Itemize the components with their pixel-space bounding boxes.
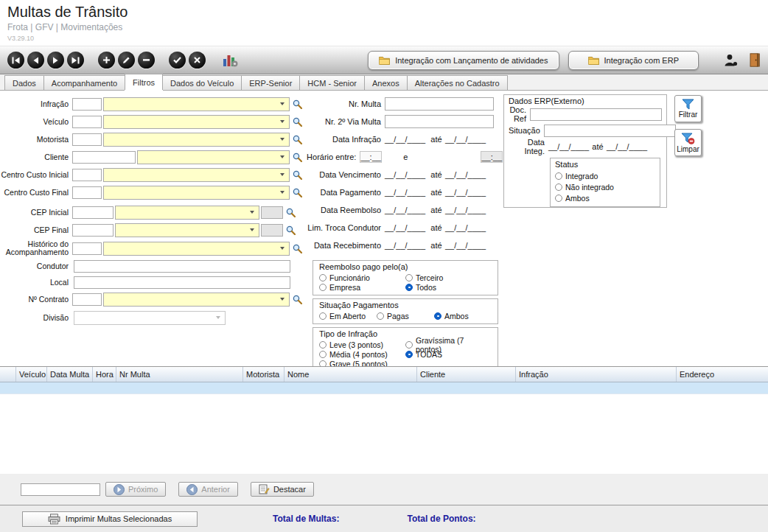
infracao-code-input[interactable] <box>72 98 102 111</box>
column-header-veiculo[interactable]: Veículo <box>16 367 47 382</box>
centro-custo-final-combo[interactable] <box>103 186 290 200</box>
lim-troca-condutor-de-field[interactable]: __/__/____ <box>385 223 427 232</box>
column-header-cliente[interactable]: Cliente <box>417 367 516 382</box>
tab-dados-do-veiculo[interactable]: Dados do Veículo <box>162 75 242 90</box>
radio-pagas[interactable]: Pagas <box>377 311 434 321</box>
radio-empresa[interactable]: Empresa <box>319 282 405 292</box>
historico-acompanhamento-code-input[interactable] <box>72 242 102 255</box>
motorista-combo[interactable] <box>103 133 290 147</box>
tab-dados[interactable]: Dados <box>4 75 44 90</box>
cep-final-input[interactable] <box>72 224 114 237</box>
veiculo-combo[interactable] <box>103 115 290 129</box>
radio-em-aberto[interactable]: Em Aberto <box>319 311 377 321</box>
radio-gravissima[interactable]: Gravíssima (7 pontos) <box>405 340 492 349</box>
data-pagamento-de-field[interactable]: __/__/____ <box>385 188 427 197</box>
radio-media[interactable]: Média (4 pontos) <box>319 349 405 359</box>
tab-alteracoes-no-cadastro[interactable]: Alterações no Cadastro <box>407 75 508 90</box>
next-record-button[interactable] <box>47 52 64 69</box>
cliente-combo[interactable] <box>137 150 290 164</box>
condutor-input[interactable] <box>74 260 290 273</box>
data-reembolso-ate-field[interactable]: __/__/____ <box>445 206 488 214</box>
quick-search-input[interactable] <box>21 483 100 496</box>
cep-final-combo[interactable] <box>115 223 259 237</box>
cep-inicial-combo[interactable] <box>115 206 259 220</box>
divisao-combo[interactable] <box>74 311 226 325</box>
veiculo-code-input[interactable] <box>72 116 102 128</box>
lim-troca-condutor-ate-field[interactable]: __/__/____ <box>445 223 488 232</box>
radio-ambos-status[interactable]: Ambos <box>555 192 655 203</box>
horario-ate-field[interactable]: __:__ <box>481 151 503 163</box>
radio-funcionario[interactable]: Funcionário <box>319 273 405 282</box>
data-recebimento-ate-field[interactable]: __/__/____ <box>445 241 488 250</box>
num-contrato-combo[interactable] <box>103 293 290 307</box>
user-settings-button[interactable] <box>724 53 738 67</box>
doc-ref-input[interactable] <box>530 108 662 121</box>
cancel-button[interactable] <box>189 52 206 69</box>
motorista-code-input[interactable] <box>72 133 102 146</box>
column-header-infracao[interactable]: Infração <box>516 367 677 382</box>
cep-final-search-icon[interactable] <box>284 225 297 235</box>
radio-integrado[interactable]: Integrado <box>555 170 655 181</box>
tab-filtros[interactable]: Filtros <box>125 74 163 90</box>
tab-hcm-senior[interactable]: HCM - Senior <box>299 75 365 90</box>
integration-erp-button[interactable]: Integração com ERP <box>568 51 699 70</box>
local-input[interactable] <box>74 276 290 289</box>
delete-record-button[interactable] <box>138 52 155 69</box>
filtrar-button[interactable]: Filtrar <box>674 95 702 122</box>
report-chart-icon[interactable] <box>223 53 238 67</box>
filters-left-column: Infração Veículo Motorista Cliente <box>0 95 304 327</box>
edit-record-button[interactable] <box>118 52 135 69</box>
column-header-nr-multa[interactable]: Nr Multa <box>116 367 243 382</box>
data-vencimento-de-field[interactable]: __/__/____ <box>385 170 427 179</box>
column-header-nome[interactable]: Nome <box>284 367 417 382</box>
centro-custo-final-code-input[interactable] <box>72 186 102 199</box>
radio-ambos-pagamentos[interactable]: Ambos <box>434 311 492 321</box>
column-header-motorista[interactable]: Motorista <box>243 367 284 382</box>
radio-terceiro[interactable]: Terceiro <box>405 273 492 282</box>
radio-nao-integrado[interactable]: Não integrado <box>555 181 655 192</box>
cep-inicial-search-icon[interactable] <box>284 208 297 217</box>
data-integ-ate-field[interactable]: __/__/____ <box>607 142 647 151</box>
cliente-code-input[interactable] <box>72 151 136 164</box>
last-record-button[interactable] <box>67 52 84 69</box>
data-recebimento-de-field[interactable]: __/__/____ <box>385 241 427 250</box>
previous-record-button[interactable] <box>27 52 44 69</box>
integration-activities-button[interactable]: Integração com Lançamento de atividades <box>368 51 559 70</box>
column-header-data-multa[interactable]: Data Multa <box>47 367 93 382</box>
add-record-button[interactable] <box>98 52 115 69</box>
horario-de-field[interactable]: __:__ <box>360 151 382 163</box>
column-header-endereco[interactable]: Endereço <box>677 367 768 382</box>
data-vencimento-ate-field[interactable]: __/__/____ <box>445 170 488 179</box>
historico-acompanhamento-combo[interactable] <box>103 242 290 256</box>
tab-acompanhamento[interactable]: Acompanhamento <box>43 75 125 90</box>
data-integ-de-field[interactable]: __/__/____ <box>548 142 589 151</box>
imprimir-button[interactable]: Imprimir Multas Selecionadas <box>22 511 198 527</box>
data-pagamento-ate-field[interactable]: __/__/____ <box>445 188 488 197</box>
column-header-hora[interactable]: Hora <box>93 367 116 382</box>
limpar-button[interactable]: Limpar <box>674 129 702 156</box>
radio-label: Terceiro <box>416 273 443 282</box>
proximo-button[interactable]: Próximo <box>105 482 166 497</box>
situacao-erp-input[interactable] <box>544 125 676 137</box>
data-reembolso-de-field[interactable]: __/__/____ <box>385 206 427 214</box>
centro-custo-inicial-code-input[interactable] <box>72 169 102 181</box>
selected-empty-row[interactable] <box>0 382 768 394</box>
radio-label: Não integrado <box>565 183 614 192</box>
anterior-button[interactable]: Anterior <box>178 482 238 497</box>
tab-erp-senior[interactable]: ERP-Senior <box>241 75 300 90</box>
infracao-combo[interactable] <box>103 97 290 111</box>
data-infracao-de-field[interactable]: __/__/____ <box>385 135 427 144</box>
radio-leve[interactable]: Leve (3 pontos) <box>319 340 405 349</box>
cep-inicial-input[interactable] <box>72 206 114 219</box>
centro-custo-inicial-combo[interactable] <box>103 168 290 182</box>
num-contrato-code-input[interactable] <box>72 293 102 306</box>
exit-button[interactable] <box>750 53 761 67</box>
data-infracao-ate-field[interactable]: __/__/____ <box>445 135 488 144</box>
radio-todos[interactable]: Todos <box>405 282 492 292</box>
first-record-button[interactable] <box>7 52 24 69</box>
nr-2via-multa-input[interactable] <box>385 115 494 128</box>
destacar-button[interactable]: Destacar <box>251 482 314 497</box>
nr-multa-input[interactable] <box>385 97 494 111</box>
tab-anexos[interactable]: Anexos <box>364 75 408 90</box>
confirm-button[interactable] <box>169 52 186 69</box>
